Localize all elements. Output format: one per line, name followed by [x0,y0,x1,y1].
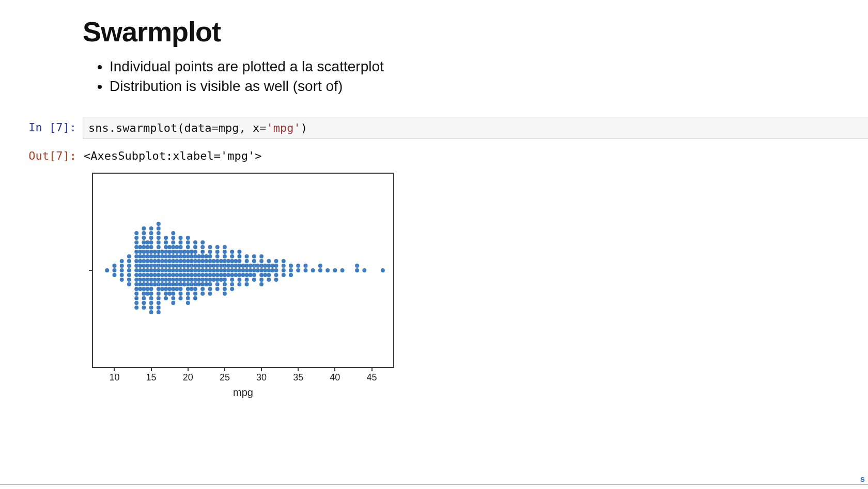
svg-point-279 [212,259,216,263]
svg-point-19 [134,259,138,263]
svg-point-87 [149,301,153,305]
svg-point-56 [142,236,146,240]
svg-point-235 [193,245,197,249]
svg-point-288 [215,250,220,254]
token: = [211,121,218,134]
svg-point-93 [153,264,157,268]
token: swarmplot [116,121,177,134]
x-tick-label: 45 [367,372,377,383]
token: = [259,121,266,134]
svg-point-157 [171,259,175,263]
svg-point-309 [226,273,230,277]
svg-point-319 [230,287,234,291]
svg-point-82 [149,245,153,249]
svg-point-0 [105,268,109,272]
svg-point-360 [263,268,267,272]
token: sns [88,121,109,134]
svg-point-361 [263,264,267,268]
svg-point-275 [208,292,212,296]
svg-point-76 [149,259,153,263]
svg-point-227 [193,264,197,268]
code-output-text: <AxesSubplot:xlabel='mpg'> [83,145,868,166]
svg-point-383 [296,264,300,268]
svg-point-149 [167,282,172,286]
svg-point-265 [208,268,212,272]
svg-point-373 [274,259,278,263]
token: ) [301,121,307,134]
svg-point-263 [204,254,208,258]
svg-point-8 [120,278,124,282]
svg-point-99 [153,250,157,254]
svg-point-9 [127,268,131,272]
svg-point-180 [179,268,183,272]
svg-point-369 [270,264,274,268]
svg-point-351 [256,268,260,272]
svg-point-49 [142,282,146,286]
svg-point-261 [204,259,208,263]
svg-point-202 [186,268,190,272]
svg-point-4 [120,268,124,272]
svg-point-46 [142,259,146,263]
page-divider [0,484,868,485]
svg-point-380 [289,264,293,268]
svg-point-123 [160,259,164,263]
svg-point-278 [212,273,216,277]
svg-point-153 [167,292,172,296]
svg-point-114 [157,301,161,305]
svg-point-231 [193,254,197,258]
svg-point-200 [182,282,187,286]
svg-point-205 [186,259,190,263]
svg-point-217 [190,268,194,272]
svg-point-170 [175,268,179,272]
svg-point-60 [142,226,146,231]
svg-point-106 [157,282,161,286]
svg-point-257 [200,240,205,244]
svg-point-30 [134,301,138,305]
svg-point-298 [223,273,227,277]
svg-point-317 [230,282,234,286]
svg-point-273 [208,287,212,291]
svg-point-332 [241,268,245,272]
svg-point-345 [252,268,256,272]
svg-point-316 [230,254,234,258]
svg-point-389 [326,268,330,272]
svg-point-109 [157,245,161,249]
svg-point-110 [157,292,161,296]
svg-point-143 [167,268,172,272]
svg-point-197 [182,259,187,263]
x-tick-mark [224,368,225,371]
svg-point-211 [186,245,190,249]
svg-point-96 [153,278,157,282]
svg-point-147 [167,278,172,282]
svg-point-42 [138,245,142,249]
svg-point-256 [200,292,205,296]
code-input[interactable]: sns.swarmplot(data=mpg, x='mpg') [83,117,868,139]
svg-point-97 [153,254,157,258]
svg-point-88 [149,231,153,235]
svg-point-146 [167,259,172,263]
svg-point-232 [193,282,197,286]
svg-point-331 [237,250,241,254]
svg-point-47 [142,278,146,282]
svg-point-353 [259,268,264,272]
svg-point-239 [197,268,201,272]
svg-point-195 [182,264,187,268]
svg-point-51 [142,287,146,291]
svg-point-101 [157,264,161,268]
svg-point-366 [267,259,271,263]
svg-point-178 [175,287,179,291]
notebook: Swarmplot Individual points are plotted … [0,0,868,403]
svg-point-323 [234,259,238,263]
svg-point-23 [134,250,138,254]
svg-point-208 [186,282,190,286]
svg-point-367 [267,278,271,282]
svg-point-130 [164,264,168,268]
svg-point-236 [193,292,197,296]
svg-point-249 [200,259,205,263]
svg-point-34 [138,264,142,268]
svg-point-388 [318,264,322,268]
code-input-cell: In [7]: sns.swarmplot(data=mpg, x='mpg') [0,117,868,139]
svg-point-55 [142,296,146,300]
bullet-list: Individual points are plotted a la scatt… [83,57,868,96]
svg-point-386 [311,268,315,272]
